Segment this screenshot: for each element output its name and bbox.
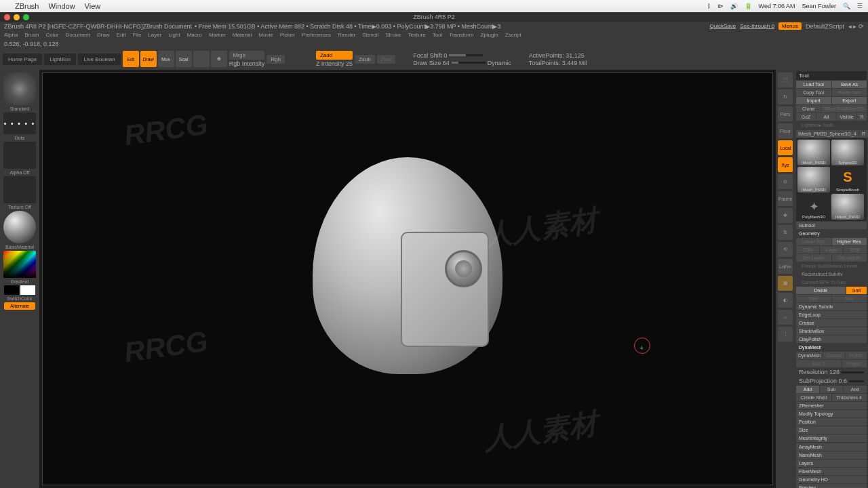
menu-stencil[interactable]: Stencil <box>362 32 378 38</box>
quicksave-button[interactable]: QuickSave <box>710 23 736 29</box>
menu-marker[interactable]: Marker <box>209 32 226 38</box>
make-polymesh-button[interactable]: Make PolyMesh3D <box>821 105 867 113</box>
z-intensity-label[interactable]: Z Intensity 25 <box>316 60 353 67</box>
edit-button[interactable]: Edt <box>123 51 139 67</box>
menu-zscript[interactable]: Zscript <box>505 32 521 38</box>
menus-button[interactable]: Menus <box>778 22 802 30</box>
menu-document[interactable]: Document <box>66 32 90 38</box>
menu-brush[interactable]: Brush <box>24 32 39 38</box>
menu-zplugin[interactable]: Zplugin <box>480 32 498 38</box>
zoom-view-icon[interactable]: ⇅ <box>778 225 793 240</box>
groups-button[interactable]: Groups <box>823 352 844 359</box>
create-shell-button[interactable]: Create Shell <box>796 394 831 401</box>
sdiv-slider[interactable]: SDiv <box>796 246 819 253</box>
lnfm-button[interactable]: LnFm <box>778 259 793 274</box>
subprojection-slider[interactable]: SubProjection 0.6 <box>796 377 867 385</box>
tool-thumb-simplebrush[interactable]: SimpleBrush <box>831 167 864 192</box>
position-section[interactable]: Position <box>796 418 867 426</box>
rgb-intensity-label[interactable]: Rgb Intensity <box>229 60 265 67</box>
script-nav-icon[interactable]: ◂ ▸ ⟳ <box>848 23 864 30</box>
menu-color[interactable]: Color <box>45 32 58 38</box>
menu-preferences[interactable]: Preferences <box>302 32 331 38</box>
paste-tool-button[interactable]: Paste Tool <box>832 89 867 96</box>
lightbox-tools[interactable]: Lightbox▸Tools <box>796 121 867 129</box>
mrgb-button[interactable]: Mrgb <box>229 51 265 60</box>
subtool-section[interactable]: Subtool <box>796 222 867 229</box>
goz-button[interactable]: GoZ <box>796 113 816 121</box>
menu-picker[interactable]: Picker <box>280 32 295 38</box>
del-lower-button[interactable]: Del Lower <box>796 254 831 262</box>
crease-section[interactable]: Crease <box>796 319 867 327</box>
user-name[interactable]: Sean Fowler <box>802 3 836 9</box>
minimize-icon[interactable] <box>14 14 20 20</box>
goz-all-button[interactable]: All <box>816 113 836 121</box>
scale-button[interactable]: Scal <box>176 51 192 67</box>
mac-menu-view[interactable]: View <box>85 2 101 10</box>
persp-toggle[interactable]: Pers <box>778 106 793 121</box>
tool-thumb[interactable]: IMesh_PM3D <box>797 140 830 165</box>
switchcolor-label[interactable]: SwitchColor <box>7 296 32 301</box>
menu-draw[interactable]: Draw <box>97 32 110 38</box>
dynamesh-section[interactable]: DynaMesh <box>796 344 867 351</box>
search-icon[interactable]: 🔍 <box>843 3 850 9</box>
menu-material[interactable]: Material <box>233 32 252 38</box>
sub-button[interactable]: Sub <box>820 386 843 393</box>
gizmo-button[interactable]: ⊕ <box>211 51 227 67</box>
close-icon[interactable] <box>4 14 10 20</box>
frame-button[interactable]: Frame <box>778 191 793 206</box>
dynamic-label[interactable]: Dynamic <box>488 60 511 66</box>
del-higher-button[interactable]: Del Higher <box>832 254 867 262</box>
export-button[interactable]: Export <box>832 97 867 104</box>
clone-button[interactable]: Clone <box>796 105 821 113</box>
fibermesh-section[interactable]: FiberMesh <box>796 468 867 475</box>
swatch-primary[interactable] <box>20 285 35 295</box>
tool-thumb-polymesh[interactable]: PolyMesh3D <box>797 194 830 220</box>
floor-toggle[interactable]: Floor <box>778 123 793 138</box>
center-icon[interactable]: ⊙ <box>778 174 793 189</box>
suv-button[interactable]: Suv <box>832 295 867 302</box>
menu-render[interactable]: Render <box>338 32 355 38</box>
shadowbox-section[interactable]: ShadowBox <box>796 327 867 335</box>
active-tool-name[interactable]: IMesh_PM3D_Sphere3D_4 <box>796 130 859 138</box>
move-button[interactable]: Mov <box>158 51 174 67</box>
rotate-view-icon[interactable]: ⟲ <box>778 242 793 257</box>
tool-thumb[interactable]: IMesh_PM3D <box>831 194 864 220</box>
convert-bpr[interactable]: Convert BPR To Geo <box>796 279 867 286</box>
and-button[interactable]: And <box>844 386 867 393</box>
zadd-button[interactable]: Zadd <box>316 51 353 60</box>
default-script[interactable]: DefaultZScript <box>806 23 844 30</box>
volume-icon[interactable]: 🔊 <box>730 3 738 9</box>
claypolish-section[interactable]: ClayPolish <box>796 336 867 343</box>
color-picker[interactable] <box>3 251 36 278</box>
zremesher-section[interactable]: ZRemesher <box>796 402 867 409</box>
lower-res-button[interactable]: Lower Res <box>796 238 831 245</box>
draw-button[interactable]: Draw <box>140 51 157 67</box>
polyframe-icon[interactable]: ▦ <box>778 276 793 291</box>
gradient-label[interactable]: Gradient <box>11 279 29 284</box>
copy-tool-button[interactable]: Copy Tool <box>796 89 831 96</box>
smt-button[interactable]: Smt <box>846 287 867 294</box>
geometry-section[interactable]: Geometry <box>796 230 867 237</box>
app-name[interactable]: ZBrush <box>15 2 39 10</box>
cage-button[interactable]: Cage <box>820 246 843 253</box>
zcut-button[interactable]: Zcut <box>377 55 396 64</box>
viewport[interactable]: + RRCG 人人素材 RRCG 人人素材 <box>42 73 773 485</box>
maximize-icon[interactable] <box>23 14 29 20</box>
bluetooth-icon[interactable]: ᛒ <box>707 3 711 9</box>
zsub-button[interactable]: Zsub <box>355 55 375 64</box>
higher-res-button[interactable]: Higher Res <box>832 238 867 245</box>
mac-menu-window[interactable]: Window <box>48 2 75 10</box>
menu-layer[interactable]: Layer <box>148 32 161 38</box>
dynamesh-button[interactable]: DynaMesh <box>796 352 823 359</box>
swatch-secondary[interactable] <box>4 285 19 295</box>
bpr-icon[interactable]: ⬚ <box>778 73 793 87</box>
menu-light[interactable]: Light <box>168 32 180 38</box>
battery-icon[interactable]: 🔋 <box>745 3 752 9</box>
menu-texture[interactable]: Texture <box>408 32 425 38</box>
blur-slider[interactable]: Blur 2 <box>796 360 842 367</box>
load-tool-button[interactable]: Load Tool <box>796 81 831 88</box>
alpha-preview[interactable] <box>3 142 36 169</box>
freeze-subdiv[interactable]: Freeze SubDivision Levels <box>796 262 867 270</box>
import-button[interactable]: Import <box>796 97 831 104</box>
goz-r-button[interactable]: R <box>857 113 867 121</box>
